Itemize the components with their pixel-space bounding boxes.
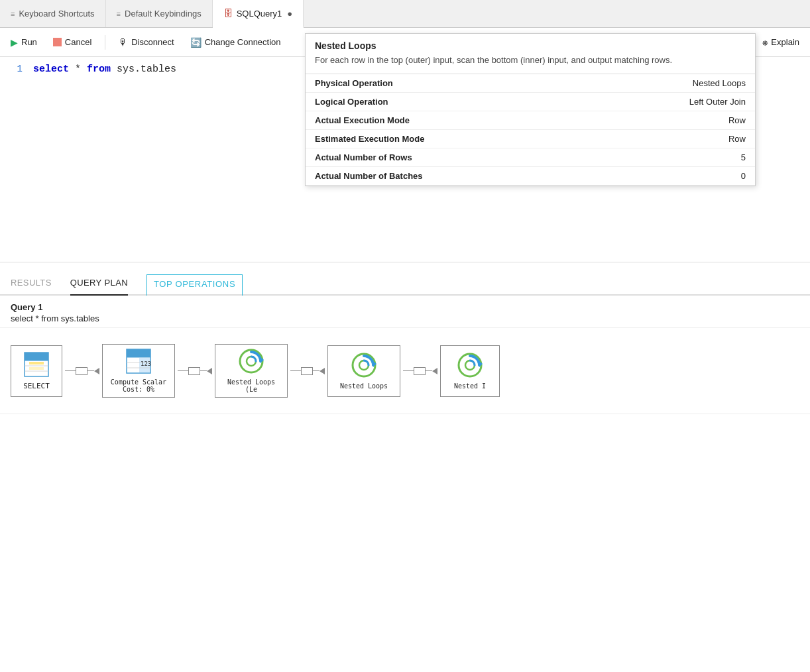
tooltip-row: Actual Execution ModeRow xyxy=(306,111,755,129)
arrow-1 xyxy=(65,367,99,375)
nested-loops-3-node[interactable]: Nested I xyxy=(440,345,500,397)
tab-top-operations[interactable]: TOP OPERATIONS xyxy=(146,274,243,296)
explain-button[interactable]: ⎈ Explain xyxy=(760,34,802,50)
db-icon: 🗄 xyxy=(223,8,233,19)
tooltip-title: Nested Loops xyxy=(306,34,755,54)
compute-scalar-node[interactable]: 123 Compute ScalarCost: 0% xyxy=(102,344,175,398)
tooltip-row-label: Actual Number of Batches xyxy=(306,166,553,185)
separator-1 xyxy=(105,35,105,50)
tab-keyboard-shortcuts-label: Keyboard Shortcuts xyxy=(19,9,94,19)
nested-loops-3-icon xyxy=(457,353,483,380)
disconnect-label: Disconnect xyxy=(131,37,174,47)
tooltip-row-label: Logical Operation xyxy=(306,92,553,111)
tab-default-keybindings[interactable]: ≡ Default Keybindings xyxy=(106,0,213,27)
tab-sqlquery1[interactable]: 🗄 SQLQuery1 ● xyxy=(213,0,304,28)
arrow-3 xyxy=(290,367,325,375)
arrow-2 xyxy=(178,367,212,375)
svg-rect-1 xyxy=(25,353,48,361)
arrow-box-2 xyxy=(188,367,200,375)
nested-loops-2-label: Nested Loops xyxy=(340,382,388,390)
diagram-area: SELECT 123 Compute ScalarCost: 0% xyxy=(0,328,810,414)
svg-text:123: 123 xyxy=(141,361,151,367)
run-button[interactable]: ▶ Run xyxy=(8,34,40,50)
cancel-label: Cancel xyxy=(65,37,91,47)
disconnect-button[interactable]: 🎙 Disconnect xyxy=(116,34,176,50)
keyword-from: from xyxy=(87,64,111,75)
tooltip-popup: Nested Loops For each row in the top (ou… xyxy=(305,33,756,186)
svg-rect-6 xyxy=(29,367,44,370)
tab-query-plan[interactable]: QUERY PLAN xyxy=(70,278,128,296)
result-tabs: RESULTS QUERY PLAN TOP OPERATIONS xyxy=(0,262,810,296)
tooltip-row-value: 5 xyxy=(553,148,755,166)
tooltip-row-value: Nested Loops xyxy=(553,74,755,93)
tooltip-row-label: Actual Execution Mode xyxy=(306,111,553,129)
menu-icon-2: ≡ xyxy=(117,10,121,18)
nested-loops-1-icon xyxy=(239,349,264,376)
nested-loops-1-node[interactable]: Nested Loops(Le xyxy=(215,344,288,398)
tooltip-row: Actual Number of Rows5 xyxy=(306,148,755,166)
arrow-box-1 xyxy=(76,367,87,375)
unsaved-dot: ● xyxy=(287,9,292,19)
tooltip-row-label: Physical Operation xyxy=(306,74,553,93)
tooltip-row-label: Actual Number of Rows xyxy=(306,148,553,166)
run-icon: ▶ xyxy=(11,37,18,48)
change-connection-label: Change Connection xyxy=(205,37,281,47)
nested-loops-3-label: Nested I xyxy=(454,382,486,390)
tooltip-description: For each row in the top (outer) input, s… xyxy=(306,54,755,74)
tab-keyboard-shortcuts[interactable]: ≡ Keyboard Shortcuts xyxy=(0,0,106,27)
query-info: Query 1 select * from sys.tables xyxy=(0,296,810,328)
compute-scalar-label: Compute ScalarCost: 0% xyxy=(111,378,166,393)
svg-point-20 xyxy=(459,354,481,376)
tooltip-row: Actual Number of Batches0 xyxy=(306,166,755,185)
select-node[interactable]: SELECT xyxy=(11,345,62,397)
query-sql: select * from sys.tables xyxy=(11,313,799,323)
tooltip-row-value: Left Outer Join xyxy=(553,92,755,111)
svg-rect-5 xyxy=(29,362,44,364)
explain-label: Explain xyxy=(771,37,799,47)
tab-default-keybindings-label: Default Keybindings xyxy=(125,9,202,19)
arrowhead-4 xyxy=(432,368,437,374)
svg-rect-8 xyxy=(127,349,150,357)
nested-loops-2-icon xyxy=(351,353,376,380)
arrow-box-4 xyxy=(414,367,426,375)
tab-results[interactable]: RESULTS xyxy=(11,278,52,296)
line-number-1: 1 xyxy=(0,64,33,74)
select-node-label: SELECT xyxy=(23,382,50,390)
tab-query-plan-label: QUERY PLAN xyxy=(70,278,128,288)
arrow-box-3 xyxy=(301,367,313,375)
tooltip-row-value: Row xyxy=(553,111,755,129)
compute-scalar-icon: 123 xyxy=(126,349,151,376)
code-star: * xyxy=(75,64,87,75)
arrowhead-1 xyxy=(94,368,99,374)
tab-sqlquery1-label: SQLQuery1 xyxy=(237,9,282,19)
menu-icon: ≡ xyxy=(11,10,15,18)
run-label: Run xyxy=(21,37,37,47)
nested-loops-2-node[interactable]: Nested Loops xyxy=(327,345,400,397)
tooltip-table: Physical OperationNested LoopsLogical Op… xyxy=(306,74,755,186)
select-node-icon xyxy=(24,352,49,379)
nested-loops-1-label: Nested Loops(Le xyxy=(227,378,275,393)
change-connection-button[interactable]: 🔄 Change Connection xyxy=(188,34,284,50)
keyword-select: select xyxy=(33,64,69,75)
change-connection-icon: 🔄 xyxy=(190,37,202,48)
code-table: sys.tables xyxy=(117,64,176,75)
arrowhead-2 xyxy=(207,368,212,374)
arrow-4 xyxy=(403,367,437,375)
tooltip-row: Logical OperationLeft Outer Join xyxy=(306,92,755,111)
tooltip-row-value: 0 xyxy=(553,166,755,185)
tab-top-operations-label: TOP OPERATIONS xyxy=(154,279,235,289)
arrowhead-3 xyxy=(319,368,325,374)
tooltip-row: Physical OperationNested Loops xyxy=(306,74,755,93)
cancel-button[interactable]: Cancel xyxy=(50,34,94,50)
line-code-1: select * from sys.tables xyxy=(33,64,176,75)
explain-icon: ⎈ xyxy=(762,37,768,48)
query-title: Query 1 xyxy=(11,302,799,312)
tooltip-row: Estimated Execution ModeRow xyxy=(306,129,755,148)
tab-bar: ≡ Keyboard Shortcuts ≡ Default Keybindin… xyxy=(0,0,810,28)
disconnect-icon: 🎙 xyxy=(119,37,128,48)
tab-results-label: RESULTS xyxy=(11,278,52,288)
cancel-icon xyxy=(53,38,62,46)
tooltip-row-value: Row xyxy=(553,129,755,148)
tooltip-row-label: Estimated Execution Mode xyxy=(306,129,553,148)
svg-point-17 xyxy=(353,354,375,376)
